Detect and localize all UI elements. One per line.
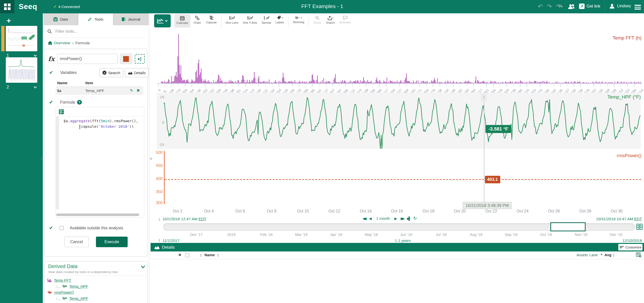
- delete-all-icon[interactable]: ✖: [178, 253, 182, 257]
- tab-data[interactable]: Data: [43, 13, 78, 25]
- toolbar-button-one-lane[interactable]: One Lane: [224, 14, 240, 27]
- worksheet-label-2: 2: [7, 85, 9, 90]
- area-chart-icon: [128, 71, 132, 74]
- col-lane[interactable]: Lane: [589, 253, 598, 257]
- edit-pencil-icon[interactable]: ✎: [130, 88, 133, 93]
- refresh-icon[interactable]: ↻: [413, 216, 417, 221]
- toolbar-button-one-y-axis[interactable]: One Y-Axis: [241, 14, 259, 27]
- toolbar-button-label: Export: [326, 21, 335, 24]
- derived-data-link[interactable]: Temp FFT: [54, 278, 71, 282]
- chevron-down-icon[interactable]: [33, 54, 37, 58]
- temp-hpf-line-chart[interactable]: [157, 93, 641, 149]
- journal-icon: [122, 17, 126, 21]
- col-name[interactable]: Name: [204, 253, 215, 257]
- move-to-panel-icon[interactable]: ▸]: [135, 54, 145, 64]
- derived-data-link[interactable]: Temp_HPF: [69, 296, 88, 300]
- redo-all-icon[interactable]: ↷↷: [556, 3, 560, 10]
- variable-search-button[interactable]: + Search: [99, 68, 123, 77]
- color-swatch: [123, 56, 129, 62]
- home-icon[interactable]: [48, 41, 52, 45]
- toolbar-button-label: Dimming: [293, 21, 304, 24]
- derived-data-link[interactable]: rmsPower(): [54, 290, 74, 294]
- connection-status[interactable]: ✔4 Connected: [53, 4, 80, 9]
- step-to-end-icon[interactable]: ▶▌: [407, 217, 410, 221]
- timeline-grid-icon[interactable]: [636, 224, 642, 230]
- users-icon[interactable]: [568, 4, 575, 10]
- cancel-button[interactable]: Cancel: [64, 237, 89, 247]
- dimming-icon: ▾: [295, 16, 302, 20]
- derived-data-item: Temp FFT: [48, 278, 71, 282]
- view-mode-dropdown[interactable]: [154, 14, 171, 27]
- col-avg[interactable]: Avg: [604, 253, 612, 257]
- app-grid-button[interactable]: [0, 0, 14, 13]
- get-link-button[interactable]: ↗ Get link: [579, 4, 600, 9]
- formula-name-input[interactable]: [57, 54, 118, 64]
- add-column-icon[interactable]: [636, 252, 641, 257]
- rms-y-axis: [164, 151, 165, 204]
- lane-number-badge: 1: [481, 93, 487, 102]
- toolbar-button-calendar[interactable]: Calendar: [174, 14, 190, 27]
- remove-variable-icon[interactable]: ✖: [136, 88, 140, 93]
- toolbar-button-chain[interactable]: Chain: [191, 14, 203, 27]
- worksheet-thumbnail-2[interactable]: [6, 57, 37, 83]
- undo-icon[interactable]: ↶: [538, 3, 543, 10]
- user-menu[interactable]: Lindsey: [609, 3, 631, 9]
- step-forward-full-icon[interactable]: ▶▶: [401, 217, 404, 221]
- month-label: Apr '18: [323, 232, 350, 237]
- toolbar-button-labels[interactable]: ▾Labels: [274, 14, 286, 27]
- hamburger-menu-icon[interactable]: [634, 4, 641, 11]
- color-picker-button[interactable]: [120, 54, 132, 64]
- variable-details-button[interactable]: Details: [125, 68, 149, 77]
- workbook-title: FFT Examples - 1: [227, 3, 418, 9]
- derived-data-link[interactable]: Temp_HPF: [69, 284, 88, 288]
- toolbar-button-label: Calendar: [176, 21, 188, 24]
- display-range-start[interactable]: ↓ 10/1/2018 12:47 AM EDT: [158, 216, 206, 222]
- step-back-half-icon[interactable]: ◀: [369, 217, 372, 221]
- add-worksheet-button[interactable]: +: [7, 16, 11, 25]
- toolbar-button-export[interactable]: ▾Export: [325, 14, 337, 27]
- available-outside-checkbox[interactable]: [60, 226, 64, 230]
- code-area[interactable]: $a.aggregate(fft(5min).rmsPower(), capsu…: [56, 116, 144, 218]
- filter-tools-input[interactable]: [55, 29, 131, 34]
- toolbar-button-dimming[interactable]: ▾Dimming: [291, 14, 306, 27]
- up-arrow-icon: ↑: [158, 238, 161, 243]
- step-back-full-icon[interactable]: ◀◀: [363, 217, 366, 221]
- month-label: Jul '18: [427, 232, 455, 237]
- editor-horizontal-scrollbar[interactable]: [56, 213, 139, 216]
- chevron-down-icon[interactable]: [33, 85, 37, 89]
- variables-table: Name Item $a Temp_HPF ✎ ✖: [56, 79, 143, 95]
- breadcrumb-overview-link[interactable]: Overview: [54, 41, 70, 45]
- annotate-icon: [343, 16, 347, 20]
- formula-editor[interactable]: $a.aggregate(fft(5min).rmsPower(), capsu…: [56, 107, 144, 218]
- fft-tick: [426, 84, 427, 87]
- document-lines-icon[interactable]: [59, 109, 64, 114]
- step-forward-half-icon[interactable]: ▶: [395, 217, 397, 221]
- execute-button[interactable]: Execute: [96, 237, 128, 247]
- toolbar-button-label: Annotate: [339, 21, 351, 24]
- month-label: Sep '18: [497, 232, 525, 237]
- toolbar-button-capsule[interactable]: Capsule: [204, 14, 219, 27]
- variables-label: Variables: [60, 70, 77, 75]
- redo-icon[interactable]: ↷: [547, 3, 552, 10]
- tab-journal[interactable]: Journal: [113, 13, 149, 25]
- timeline-selected-range[interactable]: [550, 222, 586, 231]
- toolbar-button-spread[interactable]: Spread: [260, 14, 273, 27]
- collapse-rail-handle[interactable]: «: [41, 156, 44, 161]
- chevron-down-icon[interactable]: [141, 265, 145, 269]
- help-icon[interactable]: ?: [77, 100, 82, 105]
- derived-data-subtitle: View data created by tools in a dependen…: [48, 270, 118, 274]
- col-assets[interactable]: Assets: [577, 253, 588, 257]
- range-duration[interactable]: 1 month: [376, 216, 390, 221]
- fft-tick: [513, 84, 514, 87]
- select-all-checkbox[interactable]: [185, 253, 189, 257]
- tab-tools[interactable]: Tools: [78, 13, 113, 25]
- plus-circle-icon: +: [102, 71, 106, 75]
- display-range-end[interactable]: 10/31/2018 10:47 AM EDT: [541, 217, 642, 221]
- var-col-item: Item: [85, 81, 143, 85]
- date-label: Oct 2: [164, 209, 191, 213]
- collapse-panel-handle[interactable]: «: [150, 156, 152, 161]
- fft-tick: [252, 84, 253, 87]
- var-col-name: Name: [56, 81, 85, 85]
- worksheet-thumbnail-1[interactable]: [6, 26, 37, 51]
- customize-button[interactable]: Customize: [618, 244, 642, 250]
